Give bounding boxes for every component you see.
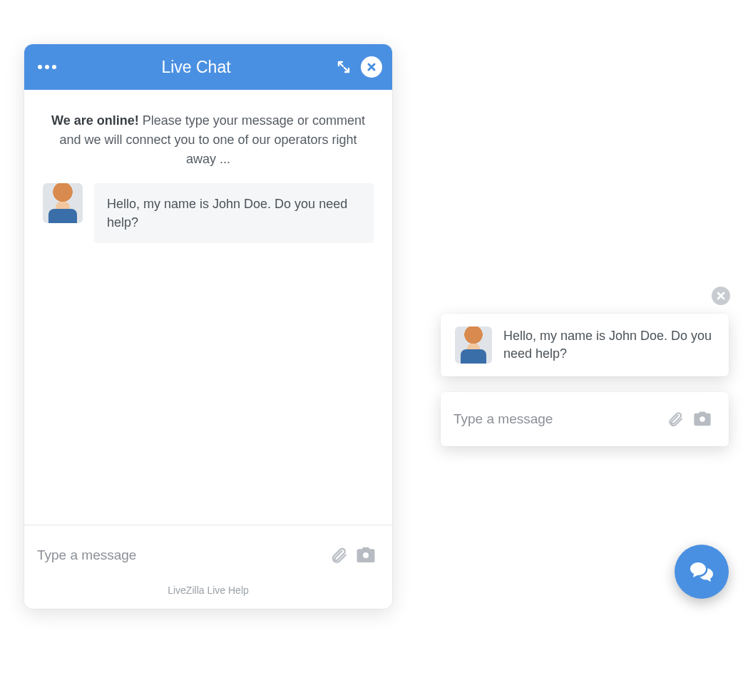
- operator-avatar: [455, 326, 492, 364]
- mini-message-text: Hello, my name is John Doe. Do you need …: [503, 327, 714, 363]
- chat-header: Live Chat: [24, 44, 392, 90]
- mini-attach-button[interactable]: [662, 406, 689, 433]
- camera-button[interactable]: [352, 542, 379, 569]
- header-actions: [332, 56, 382, 78]
- chat-title: Live Chat: [60, 58, 332, 77]
- operator-message-row: Hello, my name is John Doe. Do you need …: [24, 183, 392, 243]
- chat-bubbles-icon: [687, 557, 716, 586]
- camera-icon: [355, 545, 376, 566]
- message-bubble: Hello, my name is John Doe. Do you need …: [94, 183, 374, 243]
- expand-button[interactable]: [332, 56, 355, 78]
- close-icon: [366, 61, 377, 73]
- close-button[interactable]: [361, 56, 382, 78]
- svg-point-0: [363, 552, 369, 558]
- menu-button[interactable]: [34, 54, 60, 80]
- mini-input-card: [441, 392, 729, 446]
- svg-point-1: [700, 416, 704, 421]
- welcome-text: We are online! Please type your message …: [24, 90, 392, 183]
- welcome-bold: We are online!: [51, 113, 139, 128]
- paperclip-icon: [667, 411, 684, 428]
- operator-avatar: [43, 183, 83, 223]
- mini-message-input[interactable]: [454, 411, 662, 427]
- chat-window: Live Chat We are online! Please type you…: [24, 44, 392, 609]
- chat-body: [24, 243, 392, 525]
- attach-button[interactable]: [325, 542, 352, 569]
- close-icon: [716, 291, 726, 301]
- mini-camera-button[interactable]: [689, 406, 716, 433]
- chat-fab[interactable]: [675, 545, 729, 599]
- expand-icon: [337, 60, 351, 74]
- mini-message-card[interactable]: Hello, my name is John Doe. Do you need …: [441, 314, 729, 376]
- message-input-bar: [24, 525, 392, 585]
- mini-chat-popup: Hello, my name is John Doe. Do you need …: [441, 294, 729, 446]
- mini-close-button[interactable]: [712, 287, 730, 305]
- camera-icon: [692, 409, 712, 429]
- paperclip-icon: [329, 546, 348, 565]
- message-input[interactable]: [37, 547, 325, 563]
- footer-brand[interactable]: LiveZilla Live Help: [24, 585, 392, 609]
- more-icon: [38, 65, 56, 69]
